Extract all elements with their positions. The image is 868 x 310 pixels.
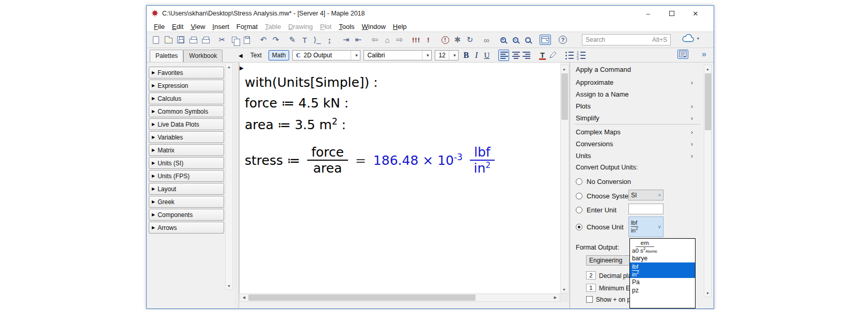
print-preview-icon[interactable] bbox=[201, 35, 210, 45]
worksheet-canvas[interactable]: with(Units[Simple]) : force ≔ 4.5 kN : a… bbox=[239, 63, 560, 293]
style-combo[interactable]: C 2D Output ▼ bbox=[292, 50, 360, 60]
command-conversions[interactable]: Conversions› bbox=[576, 138, 696, 149]
menu-file[interactable]: File bbox=[150, 22, 168, 32]
copy-icon[interactable] bbox=[230, 35, 239, 45]
scroll-down-icon[interactable]: ▼ bbox=[226, 282, 232, 289]
palette-matrix[interactable]: ▶Matrix bbox=[149, 144, 224, 156]
palette-expression[interactable]: ▶Expression bbox=[149, 80, 224, 91]
italic-button[interactable]: I bbox=[474, 51, 479, 60]
menu-format[interactable]: Format bbox=[233, 22, 261, 32]
palette-units-si[interactable]: ▶Units (SI) bbox=[149, 157, 224, 169]
cut-icon[interactable]: ✂ bbox=[217, 35, 227, 45]
split-join-icon[interactable]: ↨ bbox=[325, 35, 334, 45]
radio-icon[interactable] bbox=[576, 193, 582, 199]
collapse-palette-handle-icon[interactable]: ◀ bbox=[239, 53, 243, 58]
format-style-select[interactable]: Engineering bbox=[586, 255, 633, 266]
unit-option-lbf-in2[interactable]: lbf in2 bbox=[630, 262, 695, 278]
scroll-right-icon[interactable]: ▶ bbox=[552, 294, 559, 301]
scroll-down-icon[interactable]: ▼ bbox=[561, 286, 567, 293]
show-plus-checkbox[interactable] bbox=[586, 296, 593, 303]
tab-bar-toggle-icon[interactable] bbox=[540, 35, 551, 45]
back-icon[interactable]: ⇦ bbox=[370, 35, 380, 45]
bullet-list-icon[interactable] bbox=[565, 51, 574, 60]
radio-choose-unit[interactable]: Choose Unit bbox=[576, 223, 624, 231]
underline-button[interactable]: U bbox=[482, 51, 491, 60]
context-panel-scrollbar[interactable]: ▲ ▼ bbox=[704, 65, 712, 297]
palette-variables[interactable]: ▶Variables bbox=[149, 131, 224, 143]
restart-icon[interactable]: ↻ bbox=[465, 35, 475, 45]
cloud-caret-icon[interactable]: ▾ bbox=[697, 36, 699, 41]
menu-help[interactable]: Help bbox=[389, 22, 411, 32]
context-panel-toggle-icon[interactable] bbox=[677, 50, 688, 59]
align-center-button[interactable] bbox=[512, 51, 520, 60]
undo-icon[interactable]: ↶ bbox=[259, 35, 268, 45]
zoom-out-icon[interactable]: − bbox=[511, 35, 520, 45]
command-apply-a-command[interactable]: Apply a Command bbox=[576, 64, 696, 74]
radio-icon[interactable] bbox=[576, 178, 582, 185]
menu-tools[interactable]: Tools bbox=[335, 22, 358, 32]
new-document-icon[interactable] bbox=[151, 35, 161, 45]
command-approximate[interactable]: Approximate› bbox=[576, 77, 696, 87]
menu-window[interactable]: Window bbox=[358, 22, 389, 32]
worksheet-horizontal-scrollbar[interactable]: ◀ ▶ bbox=[240, 293, 560, 302]
radio-no-conversion[interactable]: No Conversion bbox=[576, 177, 631, 185]
execute-icon[interactable]: ! bbox=[424, 35, 433, 45]
interrupt-icon[interactable]: ! bbox=[440, 35, 450, 45]
enter-unit-input[interactable] bbox=[628, 204, 664, 214]
align-right-button[interactable] bbox=[523, 51, 531, 60]
math-line-area[interactable]: area ≔ 3.5 m2 : bbox=[245, 116, 346, 132]
tab-workbook[interactable]: Workbook bbox=[183, 50, 223, 62]
highlight-pen-icon[interactable] bbox=[549, 51, 557, 59]
zoom-reset-icon[interactable] bbox=[523, 35, 532, 45]
scroll-down-icon[interactable]: ▼ bbox=[704, 289, 711, 297]
palette-favorites[interactable]: ▶Favorites bbox=[149, 67, 224, 79]
palette-units-fps[interactable]: ▶Units (FPS) bbox=[149, 170, 224, 182]
divider-collapse-handle-icon[interactable]: ▶ bbox=[240, 65, 244, 71]
scroll-thumb[interactable] bbox=[248, 295, 476, 301]
save-icon[interactable] bbox=[176, 35, 185, 45]
unit-option-em[interactable]: em a0 s2Atomic bbox=[630, 239, 695, 254]
minimum-exponent-input[interactable]: 1 bbox=[586, 284, 596, 292]
hyperlink-icon[interactable]: ∞ bbox=[482, 35, 491, 45]
tab-palettes[interactable]: Palettes bbox=[150, 50, 183, 62]
command-simplify[interactable]: Simplify› bbox=[576, 113, 696, 123]
outdent-icon[interactable]: ⇤ bbox=[354, 35, 363, 45]
math-line-stress[interactable]: stress ≔ force area = 186.48 × 10-3 lbf … bbox=[245, 141, 495, 179]
indent-icon[interactable]: ⇥ bbox=[341, 35, 351, 45]
palette-arrows[interactable]: ▶Arrows bbox=[149, 222, 224, 234]
font-combo[interactable]: Calibri ▼ bbox=[364, 50, 432, 60]
scroll-up-icon[interactable]: ▲ bbox=[226, 63, 232, 70]
math-line-with-units[interactable]: with(Units[Simple]) : bbox=[245, 75, 378, 90]
font-color-button[interactable]: T bbox=[539, 51, 546, 59]
panel-divider[interactable] bbox=[234, 63, 239, 308]
palette-calculus[interactable]: ▶Calculus bbox=[149, 92, 224, 104]
insert-maple-input-icon[interactable]: ⟩_ bbox=[312, 35, 322, 45]
unit-option-barye[interactable]: barye bbox=[630, 254, 695, 262]
worksheet-vertical-scrollbar[interactable]: ▲ ▼ bbox=[560, 65, 569, 293]
help-icon[interactable]: ? bbox=[558, 35, 567, 45]
redo-icon[interactable]: ↷ bbox=[271, 35, 280, 45]
radio-enter-unit[interactable]: Enter Unit bbox=[576, 206, 617, 214]
home-icon[interactable]: ⌂ bbox=[383, 35, 392, 45]
toolbar-expand-icon[interactable]: » bbox=[702, 50, 706, 59]
size-combo[interactable]: 12 ▼ bbox=[435, 50, 459, 60]
radio-icon[interactable] bbox=[576, 207, 582, 213]
unit-option-pz[interactable]: pz bbox=[630, 286, 695, 295]
command-complex-maps[interactable]: Complex Maps› bbox=[576, 127, 696, 137]
search-input[interactable]: Search Alt+S bbox=[582, 34, 671, 45]
scroll-left-icon[interactable]: ◀ bbox=[241, 294, 247, 301]
debug-icon[interactable]: ✱ bbox=[453, 35, 462, 45]
scroll-up-icon[interactable]: ▲ bbox=[704, 65, 711, 72]
menu-view[interactable]: View bbox=[187, 22, 209, 32]
text-mode-button[interactable]: Text bbox=[247, 50, 265, 60]
bold-button[interactable]: B bbox=[462, 51, 470, 60]
palette-scrollbar[interactable]: ▲ ▼ bbox=[225, 63, 233, 290]
palette-greek[interactable]: ▶Greek bbox=[149, 196, 224, 208]
paste-icon[interactable] bbox=[242, 35, 251, 45]
command-units[interactable]: Units› bbox=[576, 150, 696, 161]
close-button[interactable]: ✕ bbox=[684, 6, 707, 21]
palette-live-data-plots[interactable]: ▶Live Data Plots bbox=[149, 118, 224, 130]
choose-system-select[interactable]: SI ˅ bbox=[628, 190, 664, 200]
open-document-icon[interactable] bbox=[164, 35, 173, 45]
choose-unit-select[interactable]: lbf in2 ˅ bbox=[628, 216, 664, 237]
